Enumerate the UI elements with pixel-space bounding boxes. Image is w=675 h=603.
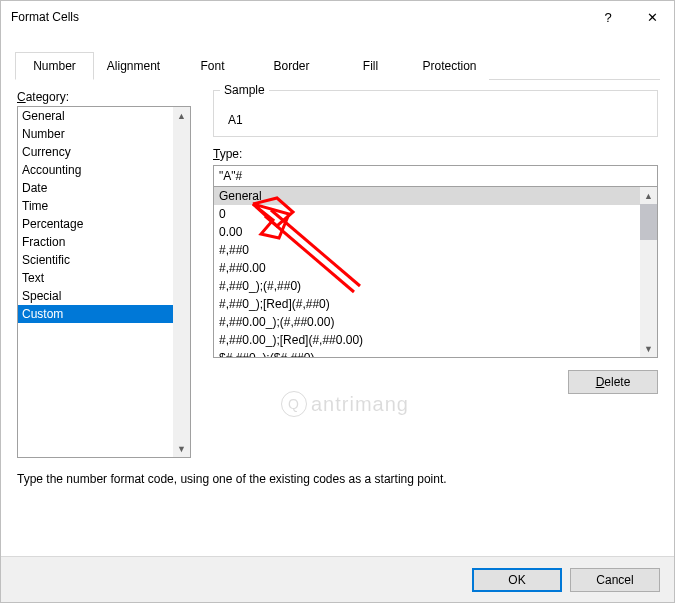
format-item[interactable]: $#,##0_);($#,##0) bbox=[214, 349, 640, 357]
format-item[interactable]: #,##0_);(#,##0) bbox=[214, 277, 640, 295]
category-item[interactable]: Percentage bbox=[18, 215, 173, 233]
category-label: Category: bbox=[17, 90, 191, 104]
delete-button[interactable]: Delete bbox=[568, 370, 658, 394]
ok-button[interactable]: OK bbox=[472, 568, 562, 592]
category-item[interactable]: General bbox=[18, 107, 173, 125]
hint-text: Type the number format code, using one o… bbox=[17, 472, 658, 486]
close-button[interactable]: ✕ bbox=[630, 1, 674, 33]
scrollbar[interactable]: ▲ ▼ bbox=[173, 107, 190, 457]
format-item[interactable]: #,##0 bbox=[214, 241, 640, 259]
scroll-thumb[interactable] bbox=[640, 204, 657, 240]
tab-strip: NumberAlignmentFontBorderFillProtection bbox=[15, 51, 660, 80]
format-item[interactable]: #,##0.00_);(#,##0.00) bbox=[214, 313, 640, 331]
type-input[interactable] bbox=[213, 165, 658, 187]
scroll-down-icon[interactable]: ▼ bbox=[173, 440, 190, 457]
category-item[interactable]: Special bbox=[18, 287, 173, 305]
category-listbox[interactable]: GeneralNumberCurrencyAccountingDateTimeP… bbox=[17, 106, 191, 458]
category-item[interactable]: Currency bbox=[18, 143, 173, 161]
category-item[interactable]: Number bbox=[18, 125, 173, 143]
tab-protection[interactable]: Protection bbox=[410, 52, 489, 80]
sample-value: A1 bbox=[224, 113, 647, 127]
format-item[interactable]: #,##0.00_);[Red](#,##0.00) bbox=[214, 331, 640, 349]
help-button[interactable]: ? bbox=[586, 1, 630, 33]
tab-fill[interactable]: Fill bbox=[331, 52, 410, 80]
category-item[interactable]: Accounting bbox=[18, 161, 173, 179]
category-item[interactable]: Custom bbox=[18, 305, 173, 323]
format-item[interactable]: 0 bbox=[214, 205, 640, 223]
tab-border[interactable]: Border bbox=[252, 52, 331, 80]
tab-font[interactable]: Font bbox=[173, 52, 252, 80]
format-listbox[interactable]: General00.00#,##0#,##0.00#,##0_);(#,##0)… bbox=[213, 186, 658, 358]
format-item[interactable]: #,##0_);[Red](#,##0) bbox=[214, 295, 640, 313]
type-label: Type: bbox=[213, 147, 658, 161]
category-item[interactable]: Scientific bbox=[18, 251, 173, 269]
scroll-down-icon[interactable]: ▼ bbox=[640, 340, 657, 357]
dialog-footer: OK Cancel bbox=[1, 556, 674, 602]
sample-group: Sample A1 bbox=[213, 90, 658, 137]
format-item[interactable]: #,##0.00 bbox=[214, 259, 640, 277]
category-item[interactable]: Date bbox=[18, 179, 173, 197]
sample-legend: Sample bbox=[220, 83, 269, 97]
format-item[interactable]: 0.00 bbox=[214, 223, 640, 241]
category-item[interactable]: Fraction bbox=[18, 233, 173, 251]
category-item[interactable]: Time bbox=[18, 197, 173, 215]
format-item[interactable]: General bbox=[214, 187, 640, 205]
tab-alignment[interactable]: Alignment bbox=[94, 52, 173, 80]
scroll-up-icon[interactable]: ▲ bbox=[173, 107, 190, 124]
window-title: Format Cells bbox=[11, 10, 586, 24]
scroll-up-icon[interactable]: ▲ bbox=[640, 187, 657, 204]
titlebar: Format Cells ? ✕ bbox=[1, 1, 674, 33]
category-item[interactable]: Text bbox=[18, 269, 173, 287]
cancel-button[interactable]: Cancel bbox=[570, 568, 660, 592]
tab-number[interactable]: Number bbox=[15, 52, 94, 80]
